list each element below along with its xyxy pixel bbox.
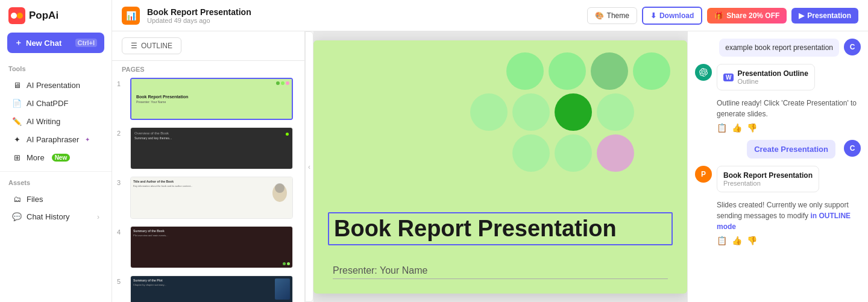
slide-item[interactable]: 1 Book Report Presentation Presenter: Yo…: [117, 75, 300, 122]
sidebar-label-writing: AI Writing: [27, 117, 60, 126]
w-icon: W: [723, 74, 734, 81]
more-icon: ⊞: [12, 153, 22, 162]
chat-message-book-report-card: P Book Report Presentation Presentation: [695, 166, 861, 192]
files-icon: 🗂: [12, 194, 22, 204]
list-icon: ☰: [131, 42, 137, 50]
sidebar-item-chat-history[interactable]: 💬 Chat History ›: [4, 208, 108, 225]
thumbs-down-icon-2[interactable]: 👎: [747, 236, 757, 245]
sidebar-item-files[interactable]: 🗂 Files: [4, 190, 108, 208]
thumbs-down-icon[interactable]: 👎: [747, 123, 757, 133]
outline-tab-button[interactable]: ☰ OUTLINE: [122, 37, 181, 54]
logo: PopAi: [0, 7, 112, 33]
outline-card-bubble: W Presentation Outline Outline: [717, 64, 815, 90]
outline-message-actions: 📋 👍 👎: [717, 123, 861, 133]
sidebar-label-chat-history: Chat History: [27, 212, 70, 221]
theme-button[interactable]: 🎨 Theme: [587, 7, 637, 24]
slide-item[interactable]: 5 Summary of the Plot Chapter by chapter…: [117, 273, 300, 302]
sidebar-item-more[interactable]: ⊞ More New: [4, 148, 108, 166]
sidebar-label-chatpdf: AI ChatPDF: [27, 99, 68, 108]
slide-item[interactable]: 4 Summary of the Book Plot overview and …: [117, 224, 300, 271]
download-icon: ⬇: [650, 11, 656, 20]
share-button[interactable]: 🎁 Share 20% OFF: [707, 8, 787, 24]
share-icon: 🎁: [714, 11, 723, 20]
slides-panel: ☰ OUTLINE PAGES 1 Book Report Presentati…: [112, 31, 305, 302]
writing-icon: ✏️: [12, 116, 22, 126]
create-presentation-text: Create Presentation: [754, 145, 828, 154]
main-slide: Book Report Presentation Presenter: Your…: [313, 40, 687, 294]
divider: [0, 171, 112, 172]
copy-icon-2[interactable]: 📋: [717, 236, 727, 245]
slide-view: Book Report Presentation Presenter: Your…: [313, 31, 687, 302]
svg-point-4: [275, 183, 285, 193]
pdf-icon: 📄: [12, 98, 22, 108]
slides-message-actions: 📋 👍 👎: [717, 236, 861, 245]
slide-item[interactable]: 2 Overview of the Book Summary and key t…: [117, 125, 300, 172]
outline-card-subtitle: Outline: [737, 78, 808, 85]
download-label: Download: [659, 11, 694, 20]
outline-mode-link[interactable]: in OUTLINE mode: [717, 212, 851, 231]
copy-icon[interactable]: 📋: [717, 123, 727, 133]
slide-title-container: Book Report Presentation: [328, 212, 673, 245]
svg-point-1: [11, 13, 17, 19]
slide-thumbnail[interactable]: Summary of the Plot Chapter by chapter s…: [130, 275, 293, 302]
sidebar-label-more: More: [27, 153, 45, 162]
presentation-label: Presentation: [807, 11, 851, 20]
new-chat-shortcut: Ctrl+I: [75, 39, 97, 47]
content-area: ☰ OUTLINE PAGES 1 Book Report Presentati…: [112, 31, 868, 302]
doc-icon: 📊: [122, 7, 140, 25]
slide-thumbnail[interactable]: Summary of the Book Plot overview and ma…: [130, 226, 293, 268]
chat-messages-list: example book report presentation C W: [688, 31, 868, 302]
collapse-panel-button[interactable]: ‹: [305, 31, 313, 302]
slide-item[interactable]: 3 Title and Author of the Book Key infor…: [117, 174, 300, 221]
new-chat-button[interactable]: ＋ New Chat Ctrl+I: [7, 33, 104, 53]
sidebar-item-ai-writing[interactable]: ✏️ AI Writing: [4, 112, 108, 130]
slide-title[interactable]: Book Report Presentation: [328, 212, 673, 245]
user-query-text: example book report presentation: [725, 43, 833, 52]
popai-logo-icon: [8, 7, 25, 24]
main-area: 📊 Book Report Presentation Updated 49 da…: [112, 0, 868, 302]
user-avatar: C: [844, 39, 861, 55]
doc-info: Book Report Presentation Updated 49 days…: [147, 7, 580, 24]
slide-thumbnail[interactable]: Overview of the Book Summary and key the…: [130, 127, 293, 169]
theme-icon: 🎨: [595, 11, 604, 20]
book-report-card-bubble: Book Report Presentation Presentation: [717, 166, 819, 192]
slide-number: 4: [117, 226, 125, 236]
decorative-circles: [470, 52, 675, 209]
chevron-right-icon: ›: [97, 213, 99, 221]
presentation-button[interactable]: ▶ Presentation: [791, 8, 858, 24]
topbar-actions: 🎨 Theme ⬇ Download 🎁 Share 20% OFF ▶ Pre…: [587, 7, 858, 25]
slide-number: 3: [117, 177, 125, 186]
sidebar-item-ai-presentation[interactable]: 🖥 AI Presentation: [4, 76, 108, 94]
sidebar-item-ai-paraphraser[interactable]: ✦ AI Paraphraser ✦: [4, 130, 108, 148]
topbar: 📊 Book Report Presentation Updated 49 da…: [112, 0, 868, 31]
download-button[interactable]: ⬇ Download: [642, 7, 702, 25]
slide-number: 2: [117, 127, 125, 137]
slide-thumbnail[interactable]: Book Report Presentation Presenter: Your…: [130, 78, 293, 120]
outline-ready-message: Outline ready! Click 'Create Presentatio…: [695, 98, 861, 133]
user-avatar-2: C: [844, 140, 861, 157]
thumbs-up-icon-2[interactable]: 👍: [732, 236, 742, 245]
tools-section-label: Tools: [0, 63, 112, 76]
outline-tab-row: ☰ OUTLINE: [112, 31, 304, 61]
slide-number: 5: [117, 275, 125, 285]
sidebar-label-presentation: AI Presentation: [27, 81, 80, 90]
share-label: Share 20% OFF: [726, 11, 779, 20]
outline-tab-label: OUTLINE: [141, 42, 172, 50]
openai-icon: [699, 68, 708, 77]
chat-history-icon: 💬: [12, 212, 22, 221]
chat-message-outline-card: W Presentation Outline Outline: [695, 64, 861, 90]
slides-list: 1 Book Report Presentation Presenter: Yo…: [112, 75, 304, 302]
more-badge: New: [52, 154, 71, 162]
ai-avatar-outline: [695, 64, 712, 81]
slides-created-message: Slides created! Currently we only suppor…: [695, 200, 861, 245]
sidebar-item-ai-chatpdf[interactable]: 📄 AI ChatPDF: [4, 94, 108, 112]
slide-presenter: Presenter: Your Name: [333, 265, 668, 279]
outline-card-title: Presentation Outline: [737, 69, 808, 78]
thumbs-up-icon[interactable]: 👍: [732, 123, 742, 133]
doc-subtitle: Updated 49 days ago: [147, 17, 580, 24]
ai-avatar-p: P: [695, 166, 712, 183]
slide-thumbnail[interactable]: Title and Author of the Book Key informa…: [130, 177, 293, 219]
assets-section-label: Assets: [0, 177, 112, 190]
app-name: PopAi: [29, 10, 58, 22]
chat-message-user-query: example book report presentation C: [695, 39, 861, 57]
